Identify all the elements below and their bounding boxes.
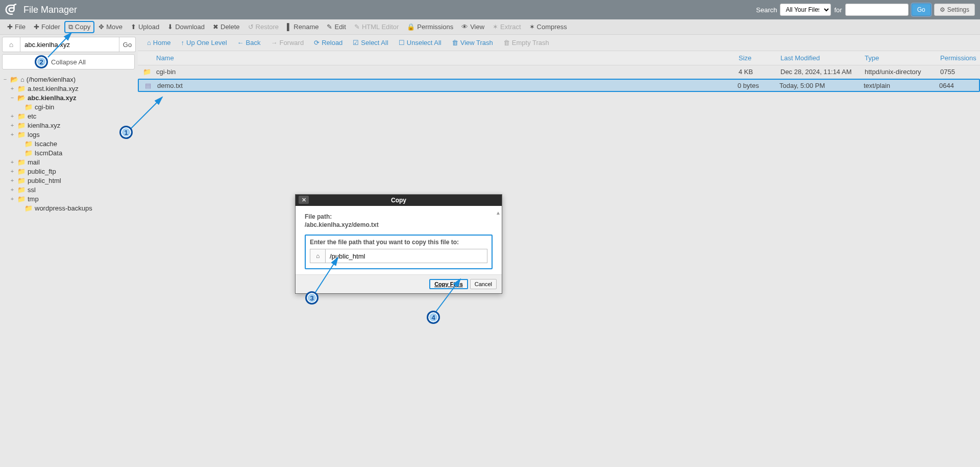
tree-label: public_html	[28, 177, 61, 184]
folder-icon: 📁	[17, 168, 26, 175]
toggle-icon[interactable]: +	[9, 168, 15, 174]
header-bar: File Manager Search All Your Files for G…	[0, 0, 980, 19]
home-nav-button[interactable]: ⌂Home	[143, 37, 175, 49]
tree-label: logs	[28, 131, 40, 138]
permissions-button[interactable]: 🔒Permissions	[403, 21, 457, 33]
search-input[interactable]	[845, 4, 909, 16]
tree-node[interactable]: +📁logs	[9, 130, 136, 139]
move-button[interactable]: ✥Move	[94, 21, 127, 33]
left-arrow-icon: ←	[237, 39, 244, 46]
secondary-toolbar: ⌂Home ↑Up One Level ←Back →Forward ⟳Relo…	[138, 35, 980, 51]
search-go-button[interactable]: Go	[912, 4, 931, 16]
path-input[interactable]	[20, 37, 119, 52]
edit-icon: ✎	[327, 23, 332, 31]
table-row[interactable]: ▤ demo.txt 0 bytes Today, 5:00 PM text/p…	[138, 79, 980, 92]
folder-icon: 📁	[17, 195, 26, 203]
tree-node[interactable]: +📁tmp	[9, 194, 136, 203]
file-icon: ▤	[145, 82, 151, 89]
destination-home-button[interactable]: ⌂	[310, 249, 325, 263]
reload-button[interactable]: ⟳Reload	[310, 37, 347, 49]
up-arrow-icon: ↑	[181, 39, 185, 46]
download-icon: ⬇	[167, 23, 173, 31]
toggle-icon[interactable]: +	[9, 122, 15, 128]
tree-node[interactable]: 📁lscache	[9, 139, 136, 148]
back-button[interactable]: ←Back	[233, 37, 265, 49]
col-header-modified[interactable]: Last Modified	[780, 54, 865, 62]
col-header-type[interactable]: Type	[865, 54, 940, 62]
upload-button[interactable]: ⬆Upload	[127, 21, 163, 33]
cell-size: 0 bytes	[738, 82, 779, 89]
toggle-icon[interactable]: +	[9, 196, 15, 202]
modal-close-button[interactable]: ✕	[299, 196, 309, 204]
compress-button[interactable]: ✶Compress	[525, 21, 571, 33]
toggle-icon[interactable]: +	[9, 177, 15, 183]
destination-box: Enter the file path that you want to cop…	[305, 235, 493, 269]
tree-label: lscache	[35, 140, 57, 148]
home-icon: ⌂	[20, 76, 24, 83]
collapse-all-button[interactable]: Collapse All	[2, 54, 135, 69]
eye-icon: 👁	[461, 23, 468, 31]
tree-node[interactable]: 📁wordpress-backups	[9, 203, 136, 213]
tree-node[interactable]: +📁etc	[9, 111, 136, 121]
cell-type: text/plain	[864, 82, 939, 89]
search-area: Search All Your Files for Go ⚙ Settings	[756, 4, 975, 16]
view-button[interactable]: 👁View	[457, 21, 488, 33]
delete-button[interactable]: ✖Delete	[209, 21, 244, 33]
tree-node[interactable]: −📂abc.kienlha.xyz	[9, 93, 136, 102]
folder-icon: 📁	[17, 158, 26, 166]
check-icon: ☑	[353, 39, 359, 46]
cell-permissions: 0755	[940, 68, 980, 76]
file-path-label: File path:	[305, 213, 493, 220]
tree-node[interactable]: +📁mail	[9, 157, 136, 167]
tree-node[interactable]: +📁public_html	[9, 176, 136, 185]
tree-node[interactable]: +📁a.test.kienlha.xyz	[9, 84, 136, 93]
col-header-name[interactable]: Name	[156, 54, 739, 62]
view-trash-button[interactable]: 🗑View Trash	[448, 37, 497, 49]
tree-node[interactable]: 📁lscmData	[9, 148, 136, 157]
toggle-icon[interactable]: +	[9, 131, 15, 137]
up-one-level-button[interactable]: ↑Up One Level	[177, 37, 231, 49]
toggle-icon[interactable]: +	[9, 186, 15, 193]
toggle-icon[interactable]: +	[9, 159, 15, 165]
tree-node[interactable]: 📁cgi-bin	[9, 102, 136, 111]
tree-root[interactable]: − 📂 ⌂ (/home/kienlhax)	[2, 75, 136, 84]
cell-modified: Dec 28, 2024, 11:14 AM	[780, 68, 865, 76]
copy-button[interactable]: ⧉Copy	[64, 21, 94, 33]
col-header-permissions[interactable]: Permissions	[940, 54, 980, 62]
rename-button[interactable]: ▌Rename	[283, 21, 323, 33]
folder-open-icon: 📂	[10, 76, 18, 83]
destination-label: Enter the file path that you want to cop…	[310, 239, 487, 246]
select-all-button[interactable]: ☑Select All	[349, 37, 392, 49]
folder-button[interactable]: ✚Folder	[30, 21, 64, 33]
trash-icon: 🗑	[452, 39, 458, 46]
rename-icon: ▌	[287, 23, 291, 31]
toggle-icon[interactable]: +	[9, 113, 15, 119]
restore-button: ↺Restore	[244, 21, 283, 33]
download-button[interactable]: ⬇Download	[163, 21, 209, 33]
gear-icon: ⚙	[940, 6, 945, 13]
folder-icon: 📁	[24, 204, 33, 212]
file-table: Name Size Last Modified Type Permissions…	[138, 51, 980, 467]
col-header-size[interactable]: Size	[739, 54, 780, 62]
tree-node[interactable]: +📁kienlha.xyz	[9, 121, 136, 130]
file-button[interactable]: ✚File	[3, 21, 30, 33]
tree-node[interactable]: +📁public_ftp	[9, 167, 136, 176]
path-go-button[interactable]: Go	[119, 37, 136, 52]
table-row[interactable]: 📁 cgi-bin 4 KB Dec 28, 2024, 11:14 AM ht…	[138, 65, 980, 79]
cancel-button[interactable]: Cancel	[470, 279, 497, 289]
toggle-icon[interactable]: −	[9, 95, 15, 101]
toggle-icon[interactable]: −	[2, 76, 8, 82]
annotation-3: 3	[305, 291, 318, 305]
destination-input[interactable]	[325, 249, 487, 263]
home-icon: ⌂	[9, 40, 13, 49]
search-scope-select[interactable]: All Your Files	[780, 4, 831, 16]
app-title-text: File Manager	[23, 5, 77, 15]
settings-button[interactable]: ⚙ Settings	[934, 4, 975, 16]
home-path-button[interactable]: ⌂	[2, 37, 20, 52]
copy-files-button[interactable]: Copy Files	[429, 279, 468, 289]
edit-button[interactable]: ✎Edit	[323, 21, 350, 33]
toggle-icon[interactable]: +	[9, 85, 15, 91]
unselect-all-button[interactable]: ☐Unselect All	[395, 37, 446, 49]
tree-node[interactable]: +📁ssl	[9, 185, 136, 194]
folder-icon: 📁	[17, 122, 26, 129]
